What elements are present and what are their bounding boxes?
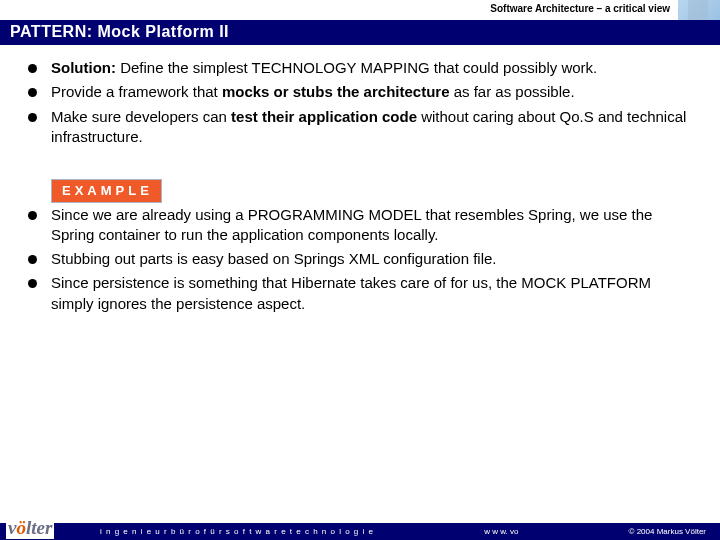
slide-title: PATTERN: Mock Platform II (0, 20, 720, 45)
bullet-icon (28, 88, 37, 97)
bullet-icon (28, 64, 37, 73)
footer-tagline: i n g e n i e u r b ü r o f ü r s o f t … (100, 527, 374, 536)
footer-url: w w w. vo (484, 527, 518, 536)
list-item: Provide a framework that mocks or stubs … (28, 82, 693, 102)
bullet-icon (28, 279, 37, 288)
header-decoration (678, 0, 720, 22)
list-item: Make sure developers can test their appl… (28, 107, 693, 148)
bullet-icon (28, 211, 37, 220)
list-item: Stubbing out parts is easy based on Spri… (28, 249, 693, 269)
doc-title: Software Architecture – a critical view (490, 3, 670, 14)
slide-content: Solution: Define the simplest TECHNOLOGY… (28, 58, 693, 318)
list-item: Solution: Define the simplest TECHNOLOGY… (28, 58, 693, 78)
footer-copyright: © 2004 Markus Völter (629, 527, 706, 536)
example-badge: EXAMPLE (51, 179, 162, 203)
bullet-icon (28, 113, 37, 122)
footer: völter i n g e n i e u r b ü r o f ü r s… (0, 506, 720, 540)
logo: völter (6, 517, 54, 539)
bullet-icon (28, 255, 37, 264)
list-item: Since we are already using a PROGRAMMING… (28, 205, 693, 246)
doc-header: Software Architecture – a critical view (0, 0, 720, 17)
footer-bar: i n g e n i e u r b ü r o f ü r s o f t … (0, 523, 720, 540)
list-item: Since persistence is something that Hibe… (28, 273, 693, 314)
